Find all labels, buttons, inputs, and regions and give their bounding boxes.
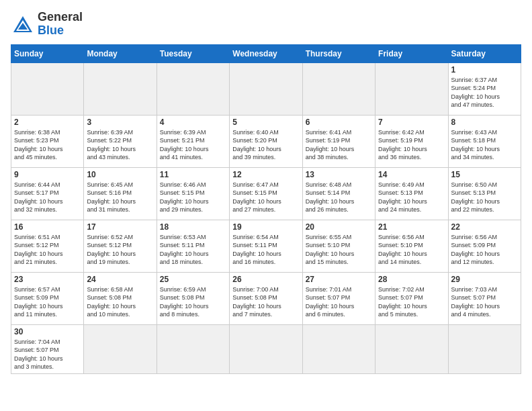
calendar-week-row: 2Sunrise: 6:38 AM Sunset: 5:23 PM Daylig… [11,115,521,167]
day-number: 13 [306,170,372,179]
day-info: Sunrise: 6:52 AM Sunset: 5:12 PM Dayligh… [87,233,153,267]
calendar-week-row: 23Sunrise: 6:57 AM Sunset: 5:09 PM Dayli… [11,272,521,324]
calendar-cell [302,62,375,115]
day-info: Sunrise: 6:46 AM Sunset: 5:15 PM Dayligh… [160,181,226,214]
day-info: Sunrise: 6:42 AM Sunset: 5:19 PM Dayligh… [378,128,445,162]
calendar-cell: 24Sunrise: 6:58 AM Sunset: 5:08 PM Dayli… [84,272,157,324]
day-info: Sunrise: 6:50 AM Sunset: 5:13 PM Dayligh… [451,181,518,214]
weekday-header-sunday: Sunday [11,44,84,62]
page-header: General Blue [11,11,521,38]
day-info: Sunrise: 6:43 AM Sunset: 5:18 PM Dayligh… [451,128,518,162]
day-number: 3 [87,118,153,127]
calendar-cell: 19Sunrise: 6:54 AM Sunset: 5:11 PM Dayli… [230,220,302,272]
calendar-cell: 14Sunrise: 6:49 AM Sunset: 5:13 PM Dayli… [375,167,448,220]
calendar-cell: 26Sunrise: 7:00 AM Sunset: 5:08 PM Dayli… [230,272,302,324]
calendar-week-row: 30Sunrise: 7:04 AM Sunset: 5:07 PM Dayli… [11,324,521,373]
day-number: 23 [14,275,81,284]
day-info: Sunrise: 7:01 AM Sunset: 5:07 PM Dayligh… [306,285,372,319]
weekday-header-tuesday: Tuesday [157,44,229,62]
day-info: Sunrise: 6:40 AM Sunset: 5:20 PM Dayligh… [232,128,299,162]
calendar-cell [230,324,302,373]
day-number: 11 [160,170,226,179]
day-info: Sunrise: 6:37 AM Sunset: 5:24 PM Dayligh… [451,76,518,109]
day-number: 22 [451,222,518,232]
calendar-cell: 16Sunrise: 6:51 AM Sunset: 5:12 PM Dayli… [11,220,84,272]
calendar-cell: 18Sunrise: 6:53 AM Sunset: 5:11 PM Dayli… [157,220,229,272]
calendar-cell [230,62,302,115]
day-info: Sunrise: 6:47 AM Sunset: 5:15 PM Dayligh… [232,181,299,214]
day-number: 16 [14,222,81,232]
day-info: Sunrise: 6:41 AM Sunset: 5:19 PM Dayligh… [306,128,372,162]
day-info: Sunrise: 6:56 AM Sunset: 5:10 PM Dayligh… [378,233,445,267]
day-info: Sunrise: 6:45 AM Sunset: 5:16 PM Dayligh… [87,181,153,214]
logo-icon [11,13,35,35]
weekday-header-friday: Friday [375,44,448,62]
day-number: 19 [232,222,299,232]
day-number: 12 [232,170,299,179]
logo-text: General Blue [38,11,83,38]
day-info: Sunrise: 6:49 AM Sunset: 5:13 PM Dayligh… [378,181,445,214]
day-number: 17 [87,222,153,232]
calendar-cell: 6Sunrise: 6:41 AM Sunset: 5:19 PM Daylig… [302,115,375,167]
calendar-cell: 22Sunrise: 6:56 AM Sunset: 5:09 PM Dayli… [448,220,521,272]
calendar-cell [375,324,448,373]
calendar-cell: 17Sunrise: 6:52 AM Sunset: 5:12 PM Dayli… [84,220,157,272]
day-info: Sunrise: 6:54 AM Sunset: 5:11 PM Dayligh… [232,233,299,267]
day-info: Sunrise: 6:39 AM Sunset: 5:21 PM Dayligh… [160,128,226,162]
day-number: 8 [451,118,518,127]
day-info: Sunrise: 6:53 AM Sunset: 5:11 PM Dayligh… [160,233,226,267]
day-number: 28 [378,275,445,284]
calendar-cell: 10Sunrise: 6:45 AM Sunset: 5:16 PM Dayli… [84,167,157,220]
calendar-cell: 20Sunrise: 6:55 AM Sunset: 5:10 PM Dayli… [302,220,375,272]
calendar-cell [157,324,229,373]
day-number: 7 [378,118,445,127]
day-info: Sunrise: 6:56 AM Sunset: 5:09 PM Dayligh… [451,233,518,267]
day-info: Sunrise: 7:02 AM Sunset: 5:07 PM Dayligh… [378,285,445,319]
calendar-cell [375,62,448,115]
calendar-cell: 28Sunrise: 7:02 AM Sunset: 5:07 PM Dayli… [375,272,448,324]
calendar-cell: 5Sunrise: 6:40 AM Sunset: 5:20 PM Daylig… [230,115,302,167]
calendar-cell: 7Sunrise: 6:42 AM Sunset: 5:19 PM Daylig… [375,115,448,167]
day-number: 29 [451,275,518,284]
day-number: 21 [378,222,445,232]
calendar-cell: 21Sunrise: 6:56 AM Sunset: 5:10 PM Dayli… [375,220,448,272]
calendar-cell: 29Sunrise: 7:03 AM Sunset: 5:07 PM Dayli… [448,272,521,324]
calendar-cell [448,324,521,373]
day-number: 20 [306,222,372,232]
day-info: Sunrise: 7:03 AM Sunset: 5:07 PM Dayligh… [451,285,518,319]
calendar-week-row: 9Sunrise: 6:44 AM Sunset: 5:17 PM Daylig… [11,167,521,220]
day-number: 15 [451,170,518,179]
day-number: 2 [14,118,81,127]
day-info: Sunrise: 6:51 AM Sunset: 5:12 PM Dayligh… [14,233,81,267]
calendar-table: SundayMondayTuesdayWednesdayThursdayFrid… [11,44,521,374]
weekday-header-row: SundayMondayTuesdayWednesdayThursdayFrid… [11,44,521,62]
day-info: Sunrise: 6:59 AM Sunset: 5:08 PM Dayligh… [160,285,226,319]
calendar-cell: 9Sunrise: 6:44 AM Sunset: 5:17 PM Daylig… [11,167,84,220]
logo: General Blue [11,11,83,38]
day-info: Sunrise: 6:57 AM Sunset: 5:09 PM Dayligh… [14,285,81,319]
day-info: Sunrise: 7:04 AM Sunset: 5:07 PM Dayligh… [14,338,81,371]
day-number: 18 [160,222,226,232]
day-number: 5 [232,118,299,127]
weekday-header-monday: Monday [84,44,157,62]
calendar-cell [302,324,375,373]
weekday-header-thursday: Thursday [302,44,375,62]
calendar-cell: 12Sunrise: 6:47 AM Sunset: 5:15 PM Dayli… [230,167,302,220]
day-info: Sunrise: 7:00 AM Sunset: 5:08 PM Dayligh… [232,285,299,319]
weekday-header-wednesday: Wednesday [230,44,302,62]
day-number: 6 [306,118,372,127]
calendar-cell [84,62,157,115]
day-number: 30 [14,327,81,336]
calendar-week-row: 16Sunrise: 6:51 AM Sunset: 5:12 PM Dayli… [11,220,521,272]
day-info: Sunrise: 6:44 AM Sunset: 5:17 PM Dayligh… [14,181,81,214]
calendar-cell: 23Sunrise: 6:57 AM Sunset: 5:09 PM Dayli… [11,272,84,324]
calendar-cell: 2Sunrise: 6:38 AM Sunset: 5:23 PM Daylig… [11,115,84,167]
calendar-cell: 1Sunrise: 6:37 AM Sunset: 5:24 PM Daylig… [448,62,521,115]
day-number: 14 [378,170,445,179]
day-info: Sunrise: 6:48 AM Sunset: 5:14 PM Dayligh… [306,181,372,214]
day-info: Sunrise: 6:39 AM Sunset: 5:22 PM Dayligh… [87,128,153,162]
day-number: 26 [232,275,299,284]
day-number: 27 [306,275,372,284]
day-number: 25 [160,275,226,284]
calendar-cell [11,62,84,115]
